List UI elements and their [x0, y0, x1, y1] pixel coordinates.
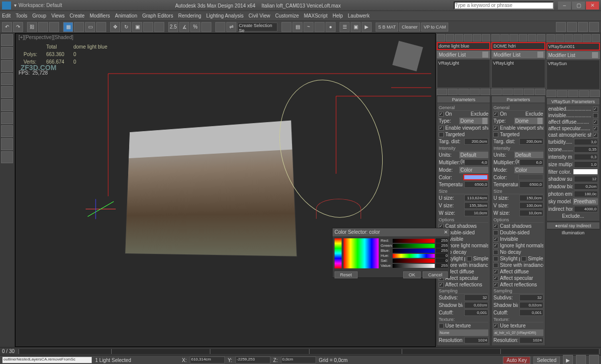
exclude-button[interactable]: Exclude: [525, 111, 543, 117]
motion-tab-icon[interactable]: [1, 73, 13, 85]
stack-btn[interactable]: [546, 90, 557, 97]
rollout-title[interactable]: Parameters: [437, 96, 490, 103]
sky-model-dropdown[interactable]: Preetham et: [573, 198, 598, 205]
panel-tab-icon[interactable]: [482, 34, 490, 42]
schematic-button[interactable]: [315, 22, 325, 32]
curve-editor-button[interactable]: ~: [304, 22, 314, 32]
cleaner-button[interactable]: Cleaner: [399, 23, 420, 32]
units-dropdown[interactable]: Default (image): [459, 152, 488, 158]
cutoff-spinner[interactable]: 0,001: [464, 309, 488, 316]
stack-btn[interactable]: [458, 89, 469, 95]
menu-civilview[interactable]: Civil View: [248, 13, 270, 19]
modifier-stack[interactable]: VRayLight: [437, 59, 490, 88]
exclude-button[interactable]: Exclude...: [562, 213, 584, 219]
affect-diffuse-checkbox[interactable]: [493, 269, 498, 274]
stack-btn[interactable]: [437, 89, 447, 95]
play-button[interactable]: ▶: [563, 355, 573, 364]
stack-btn[interactable]: [491, 89, 502, 95]
temp-spinner[interactable]: 6500,0: [464, 181, 488, 188]
panel-tab-icon[interactable]: [446, 34, 454, 42]
units-dropdown[interactable]: Default (image): [514, 152, 543, 158]
rollout-title[interactable]: ●ental ray Indirect Illumination: [547, 222, 599, 229]
layers-button[interactable]: ▤: [292, 22, 303, 32]
resolution-spinner[interactable]: 1024: [519, 337, 543, 343]
hue-strip[interactable]: [335, 238, 342, 268]
wsize-spinner[interactable]: 10,0cm: [519, 210, 543, 216]
affect-specular-checkbox[interactable]: [493, 276, 498, 281]
wsize-spinner[interactable]: 10,0cm: [464, 210, 488, 216]
render-setup-button[interactable]: ☰: [340, 22, 350, 32]
affect-refl-checkbox[interactable]: [493, 282, 498, 287]
type-dropdown[interactable]: Dome: [459, 118, 488, 124]
stack-btn[interactable]: [469, 89, 480, 95]
extra-tool-3[interactable]: [578, 22, 588, 32]
shadow-bias-spinner[interactable]: 0,02cm: [464, 302, 488, 308]
panel-tab-icon[interactable]: [500, 34, 509, 42]
utilities-tab-icon[interactable]: [1, 99, 13, 111]
skylight-portal-checkbox[interactable]: [493, 256, 498, 261]
stack-btn[interactable]: [535, 89, 545, 95]
exclude-button[interactable]: Exclude: [471, 111, 489, 117]
cutoff-spinner[interactable]: 0,001: [519, 309, 543, 316]
sat-slider[interactable]: [393, 259, 435, 263]
menu-lighting[interactable]: Lighting Analysis: [206, 13, 244, 19]
viewcube[interactable]: [392, 41, 423, 71]
menu-grapheditors[interactable]: Graph Editors: [142, 13, 173, 19]
panel-tab-icon[interactable]: [528, 34, 536, 42]
stack-btn[interactable]: [524, 89, 534, 95]
resolution-spinner[interactable]: 1024: [464, 337, 488, 343]
panel-tab-icon[interactable]: [464, 34, 472, 42]
hierarchy-tab-icon[interactable]: [1, 60, 13, 72]
panel-tab-icon[interactable]: [455, 34, 463, 42]
panel-tab-icon[interactable]: [555, 34, 564, 42]
menu-maxscript[interactable]: MAXScript: [304, 13, 328, 19]
stack-btn[interactable]: [502, 89, 513, 95]
panel-tab-icon[interactable]: [546, 34, 555, 42]
value-slider[interactable]: [393, 264, 435, 268]
material-editor-button[interactable]: ●: [326, 22, 336, 32]
vsize-spinner[interactable]: 155,38cm: [464, 202, 488, 209]
extra-tool-1[interactable]: [556, 22, 566, 32]
named-selection-dropdown[interactable]: Create Selection Se: [237, 23, 277, 32]
color-cancel-button[interactable]: Cancel: [423, 271, 448, 278]
turbidity-spinner[interactable]: 3,0: [574, 139, 598, 145]
autokey-button[interactable]: Auto Key: [503, 356, 530, 364]
enabled-checkbox[interactable]: [593, 107, 598, 112]
redo-button[interactable]: ↷: [13, 22, 23, 32]
timeline[interactable]: 0 / 30: [0, 347, 601, 355]
shadow-bias-spinner[interactable]: 0,2cm: [574, 183, 598, 190]
named-sel-button[interactable]: [215, 22, 225, 32]
help-search-input[interactable]: [454, 2, 554, 10]
move-button[interactable]: ✥: [110, 22, 120, 32]
no-decay-checkbox[interactable]: [493, 250, 498, 255]
tool-icon[interactable]: [1, 151, 13, 163]
usize-spinner[interactable]: 150,0cm: [519, 195, 543, 201]
store-irr-checkbox[interactable]: [493, 263, 498, 268]
stack-btn[interactable]: [448, 89, 458, 95]
display-tab-icon[interactable]: [1, 86, 13, 98]
filter-color-swatch[interactable]: [573, 169, 598, 175]
link-button[interactable]: ⛓: [27, 22, 37, 32]
pivot-button[interactable]: [154, 22, 164, 32]
modifier-stack[interactable]: VRaySun: [546, 60, 600, 90]
photon-radius-spinner[interactable]: 180,0c: [574, 191, 598, 197]
modifier-list-dropdown[interactable]: Modifier List: [491, 51, 545, 58]
multiplier-spinner[interactable]: 6,0: [519, 159, 543, 166]
time-slider[interactable]: [19, 349, 599, 354]
z-coord-field[interactable]: 0,0cm: [281, 356, 316, 363]
color-picker-close-icon[interactable]: ✕: [444, 228, 448, 236]
selected-filter-button[interactable]: Selected: [533, 356, 560, 364]
panel-tab-icon[interactable]: [591, 34, 600, 42]
subdivs-spinner[interactable]: 32: [519, 294, 543, 301]
extra-tool-2[interactable]: [567, 22, 577, 32]
extra-tool-4[interactable]: [589, 22, 599, 32]
on-checkbox[interactable]: [439, 112, 444, 117]
snap-button[interactable]: 2.5: [168, 22, 178, 32]
shadow-bias-spinner[interactable]: 0,02cm: [519, 302, 543, 308]
usize-spinner[interactable]: 110,624cm: [464, 195, 488, 201]
color-selector-dialog[interactable]: Color Selector: color✕ Red:255 Green:255…: [332, 228, 450, 278]
shadow-subdivs-spinner[interactable]: 12: [574, 176, 598, 182]
rendered-frame-button[interactable]: ▣: [351, 22, 361, 32]
double-sided-checkbox[interactable]: [493, 230, 498, 235]
panel-tab-icon[interactable]: [509, 34, 518, 42]
